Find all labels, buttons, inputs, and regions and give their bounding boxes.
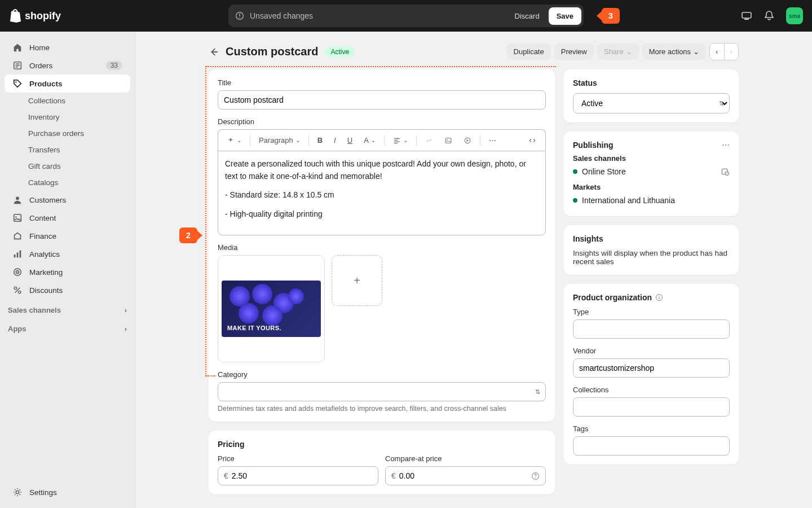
info-icon[interactable] — [655, 294, 663, 301]
channel-label: Online Store — [582, 167, 716, 176]
italic-button[interactable]: I — [330, 133, 340, 147]
next-product-button[interactable]: › — [725, 43, 738, 60]
prod-org-heading: Product organization — [573, 293, 652, 302]
nav-purchase-orders[interactable]: Purchase orders — [5, 125, 130, 142]
discard-button[interactable]: Discard — [509, 7, 545, 25]
save-button[interactable]: Save — [549, 7, 581, 25]
pricing-card: Pricing Price € Compare-at price — [209, 431, 555, 494]
publishing-card: Publishing ⋯ Sales channels Online Store… — [564, 132, 739, 216]
text-color-icon: A — [364, 136, 369, 144]
nav-settings[interactable]: Settings — [5, 483, 130, 501]
image-button[interactable] — [440, 134, 456, 147]
chevron-down-icon: ⌄ — [693, 47, 699, 56]
chevron-down-icon: ⌄ — [371, 137, 376, 143]
svg-rect-19 — [445, 138, 451, 142]
nav-analytics[interactable]: Analytics — [5, 245, 130, 263]
share-button[interactable]: Share ⌄ — [597, 43, 639, 60]
prev-product-button[interactable]: ‹ — [710, 43, 724, 60]
paragraph-style-button[interactable]: Paragraph ⌄ — [255, 133, 304, 147]
nav-finance[interactable]: Finance — [5, 227, 130, 245]
code-icon — [528, 137, 537, 144]
brand-logo[interactable]: shopify — [9, 9, 61, 23]
svg-point-16 — [14, 287, 17, 290]
desc-paragraph: Create a personalized touch with this un… — [225, 158, 539, 182]
status-select[interactable]: Active — [573, 93, 730, 113]
nav-content[interactable]: Content — [5, 209, 130, 227]
pos-icon[interactable] — [741, 10, 752, 21]
nav-catalogs[interactable]: Catalogs — [5, 174, 130, 191]
price-input[interactable] — [232, 467, 372, 485]
unsaved-label: Unsaved changes — [250, 11, 313, 20]
desc-paragraph: - Standard size: 14.8 x 10.5 cm — [225, 189, 539, 202]
nav-apps[interactable]: Apps › — [0, 318, 135, 336]
text-color-button[interactable]: A⌄ — [360, 133, 379, 147]
align-button[interactable]: ⌄ — [389, 134, 412, 147]
status-dot-icon — [573, 169, 577, 174]
svg-rect-1 — [239, 14, 240, 16]
svg-rect-4 — [744, 19, 749, 20]
type-input[interactable] — [573, 319, 730, 339]
market-label: International and Lithuania — [582, 196, 675, 205]
tags-input[interactable] — [573, 436, 730, 456]
nav-label: Gift cards — [28, 162, 61, 170]
duplicate-button[interactable]: Duplicate — [507, 43, 551, 60]
nav-sales-channels[interactable]: Sales channels › — [0, 299, 135, 318]
nav-home[interactable]: Home — [5, 38, 130, 56]
shopify-bag-icon — [9, 9, 21, 23]
nav-products[interactable]: Products — [5, 75, 130, 93]
category-select[interactable] — [218, 382, 546, 401]
ai-suggest-button[interactable]: ⌄ — [223, 134, 245, 147]
more-actions-button[interactable]: More actions ⌄ — [642, 43, 706, 60]
nav-customers[interactable]: Customers — [5, 191, 130, 209]
nav-collections[interactable]: Collections — [5, 93, 130, 109]
html-view-button[interactable] — [524, 134, 541, 147]
nav-discounts[interactable]: Discounts — [5, 281, 130, 299]
vendor-input[interactable] — [573, 358, 730, 378]
publishing-menu-button[interactable]: ⋯ — [722, 141, 730, 150]
price-label: Price — [218, 454, 378, 463]
finance-icon — [12, 231, 23, 241]
media-thumbnail[interactable]: MAKE IT YOURS. — [218, 255, 325, 362]
video-button[interactable] — [460, 134, 475, 147]
status-badge: Active — [325, 47, 355, 57]
description-label: Description — [218, 117, 546, 126]
svg-rect-3 — [742, 12, 751, 18]
compare-input-wrap: € — [385, 466, 546, 485]
discounts-icon — [12, 285, 23, 295]
nav-label: Marketing — [29, 268, 63, 277]
title-input[interactable] — [218, 90, 546, 110]
description-editor[interactable]: Create a personalized touch with this un… — [218, 151, 546, 235]
svg-point-20 — [447, 139, 448, 140]
user-avatar[interactable]: sma — [786, 7, 803, 24]
nav-gift-cards[interactable]: Gift cards — [5, 158, 130, 174]
currency-symbol: € — [391, 471, 396, 480]
category-help-text: Determines tax rates and adds metafields… — [218, 405, 546, 413]
arrow-left-icon — [209, 47, 219, 57]
back-button[interactable] — [209, 47, 219, 57]
nav-inventory[interactable]: Inventory — [5, 109, 130, 125]
svg-rect-28 — [659, 296, 659, 296]
status-heading: Status — [573, 78, 730, 87]
nav-orders[interactable]: Orders 33 — [5, 56, 130, 75]
more-format-button[interactable]: ⋯ — [485, 133, 500, 147]
bold-button[interactable]: B — [314, 133, 326, 147]
compare-input[interactable] — [399, 467, 531, 485]
nav-marketing[interactable]: Marketing — [5, 263, 130, 281]
preview-button[interactable]: Preview — [554, 43, 594, 60]
notifications-icon[interactable] — [764, 10, 775, 21]
compare-help-icon[interactable] — [531, 472, 540, 480]
link-button[interactable] — [421, 134, 437, 147]
insights-text: Insights will display when the product h… — [573, 249, 730, 266]
save-callout-badge: 3 — [602, 8, 620, 24]
underline-button[interactable]: U — [343, 133, 356, 147]
svg-rect-27 — [659, 297, 659, 299]
schedule-icon[interactable] — [721, 167, 730, 176]
nav-transfers[interactable]: Transfers — [5, 142, 130, 158]
markets-subheading: Markets — [573, 183, 730, 191]
collections-input[interactable] — [573, 397, 730, 417]
sparkle-icon — [227, 137, 235, 144]
plus-icon: + — [354, 274, 360, 287]
add-media-button[interactable]: + — [332, 255, 382, 306]
dots-icon: ⋯ — [489, 136, 496, 144]
products-icon — [12, 78, 23, 89]
